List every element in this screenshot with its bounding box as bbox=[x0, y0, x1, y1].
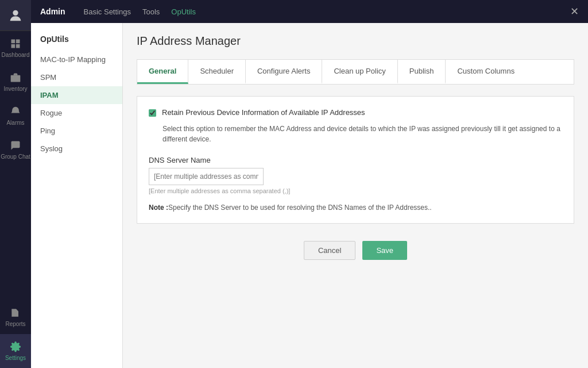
sidebar-item-inventory[interactable]: Inventory bbox=[0, 65, 31, 99]
svg-rect-5 bbox=[11, 75, 21, 82]
sidebar-groupchat-label: Group Chat bbox=[1, 154, 30, 160]
topbar: Admin Basic Settings Tools OpUtils ✕ bbox=[31, 0, 588, 23]
note-label: Note : bbox=[149, 204, 168, 212]
svg-rect-1 bbox=[11, 40, 16, 44]
tab-cleanup-policy[interactable]: Clean up Policy bbox=[322, 60, 397, 84]
close-icon[interactable]: ✕ bbox=[570, 5, 579, 18]
dns-label: DNS Server Name bbox=[149, 156, 562, 164]
sidebar: Dashboard Inventory Alarms Group Chat Re… bbox=[0, 0, 31, 368]
dns-field: DNS Server Name [Enter multiple addresse… bbox=[149, 156, 562, 194]
content-wrapper: OpUtils MAC-to-IP Mapping SPM IPAM Rogue… bbox=[31, 23, 588, 368]
note-text: Note :Specify the DNS Server to be used … bbox=[149, 204, 562, 212]
topbar-title: Admin bbox=[40, 7, 65, 16]
secondary-nav-item-ipam[interactable]: IPAM bbox=[31, 86, 122, 104]
secondary-nav-item-rogue[interactable]: Rogue bbox=[31, 104, 122, 122]
form-section: Retain Previous Device Information of Av… bbox=[137, 96, 574, 224]
checkbox-row: Retain Previous Device Information of Av… bbox=[149, 108, 562, 117]
sidebar-alarms-label: Alarms bbox=[6, 120, 24, 126]
dns-hint: [Enter multiple addresses as comma separ… bbox=[149, 187, 562, 194]
page-content: IP Address Manager General Scheduler Con… bbox=[123, 23, 588, 368]
topbar-nav-tools[interactable]: Tools bbox=[142, 7, 160, 16]
tab-general[interactable]: General bbox=[137, 60, 188, 84]
sidebar-item-groupchat[interactable]: Group Chat bbox=[0, 133, 31, 167]
secondary-nav-item-ping[interactable]: Ping bbox=[31, 122, 122, 140]
tab-scheduler[interactable]: Scheduler bbox=[188, 60, 246, 84]
tab-custom-columns[interactable]: Custom Columns bbox=[446, 60, 526, 84]
sidebar-item-dashboard[interactable]: Dashboard bbox=[0, 31, 31, 65]
sidebar-item-settings[interactable]: Settings bbox=[0, 334, 31, 368]
tabs-container: General Scheduler Configure Alerts Clean… bbox=[137, 59, 574, 85]
note-content: Specify the DNS Server to be used for re… bbox=[168, 204, 432, 212]
topbar-nav: Basic Settings Tools OpUtils bbox=[84, 7, 196, 16]
sidebar-reports-label: Reports bbox=[5, 321, 25, 327]
tab-configure-alerts[interactable]: Configure Alerts bbox=[246, 60, 323, 84]
topbar-nav-basic-settings[interactable]: Basic Settings bbox=[84, 7, 131, 16]
secondary-nav-item-syslog[interactable]: Syslog bbox=[31, 140, 122, 158]
sidebar-inventory-label: Inventory bbox=[3, 86, 27, 92]
dns-input[interactable] bbox=[149, 168, 264, 185]
checkbox-label: Retain Previous Device Information of Av… bbox=[162, 108, 365, 117]
tab-publish[interactable]: Publish bbox=[398, 60, 446, 84]
sidebar-bottom: Reports Settings bbox=[0, 300, 31, 368]
secondary-nav-item-mac[interactable]: MAC-to-IP Mapping bbox=[31, 51, 122, 68]
secondary-nav-title: OpUtils bbox=[31, 29, 122, 51]
description-text: Select this option to remember the MAC A… bbox=[163, 124, 562, 144]
cancel-button[interactable]: Cancel bbox=[304, 241, 355, 260]
button-row: Cancel Save bbox=[137, 241, 574, 260]
save-button[interactable]: Save bbox=[362, 241, 407, 260]
avatar bbox=[0, 0, 31, 31]
secondary-nav: OpUtils MAC-to-IP Mapping SPM IPAM Rogue… bbox=[31, 23, 123, 368]
topbar-nav-oputils[interactable]: OpUtils bbox=[171, 7, 196, 16]
sidebar-item-alarms[interactable]: Alarms bbox=[0, 99, 31, 133]
main-area: OpUtils MAC-to-IP Mapping SPM IPAM Rogue… bbox=[31, 23, 588, 368]
secondary-nav-item-spm[interactable]: SPM bbox=[31, 68, 122, 86]
svg-rect-4 bbox=[16, 44, 20, 48]
retain-info-checkbox[interactable] bbox=[149, 109, 156, 117]
svg-point-0 bbox=[13, 10, 18, 15]
svg-rect-2 bbox=[16, 40, 20, 44]
sidebar-settings-label: Settings bbox=[5, 355, 26, 361]
page-title: IP Address Manager bbox=[137, 34, 574, 48]
sidebar-dashboard-label: Dashboard bbox=[2, 52, 30, 58]
svg-rect-3 bbox=[11, 44, 16, 48]
sidebar-item-reports[interactable]: Reports bbox=[0, 300, 31, 334]
